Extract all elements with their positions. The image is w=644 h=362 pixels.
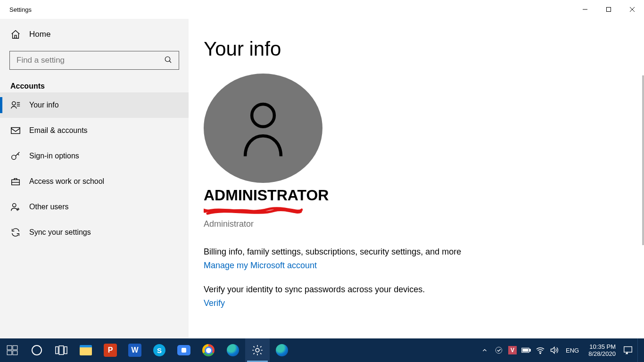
taskbar-app-skype[interactable]: S (147, 338, 172, 362)
sidebar-section-label: Accounts (0, 73, 189, 92)
taskbar-app-chrome[interactable] (196, 338, 221, 362)
tray-security-icon[interactable] (494, 346, 504, 355)
svg-rect-23 (59, 346, 63, 355)
svg-rect-22 (56, 347, 58, 354)
svg-rect-20 (7, 351, 12, 355)
language-indicator[interactable]: ENG (564, 347, 581, 354)
svg-point-17 (252, 104, 274, 127)
clock[interactable]: 10:35 PM 8/28/2020 (586, 343, 619, 357)
redaction-scribble (204, 205, 303, 216)
clock-date: 8/28/2020 (588, 350, 616, 357)
svg-point-25 (256, 348, 259, 352)
avatar (204, 74, 322, 183)
scrollbar[interactable] (642, 75, 644, 245)
skype-icon: S (153, 344, 165, 356)
sidebar-item-signin-options[interactable]: Sign-in options (0, 143, 189, 169)
account-username: ADMINISTRATOR (204, 187, 644, 204)
powerpoint-icon: P (104, 344, 117, 357)
task-view-button[interactable] (49, 338, 74, 362)
search-icon (164, 56, 173, 66)
titlebar: Settings (0, 0, 644, 19)
search-wrap (0, 45, 189, 73)
gear-icon (251, 344, 264, 356)
person-card-icon (10, 100, 21, 110)
svg-rect-10 (11, 128, 20, 134)
sidebar-item-label: Other users (29, 203, 69, 211)
taskbar-app-edge[interactable] (270, 338, 294, 362)
sidebar-item-label: Your info (29, 101, 59, 109)
billing-description: Billing info, family settings, subscript… (204, 247, 644, 257)
settings-body: Home Accounts Your info (0, 19, 644, 338)
home-icon (10, 29, 21, 40)
settings-window: Settings Home (0, 0, 644, 338)
taskbar-app-explorer[interactable] (74, 338, 98, 362)
mail-icon (10, 125, 21, 136)
taskbar-left: P W S (0, 338, 294, 362)
taskbar-app-powerpoint[interactable]: P (98, 338, 123, 362)
briefcase-icon (10, 176, 21, 187)
clock-time: 10:35 PM (588, 343, 616, 350)
maximize-button[interactable] (597, 0, 620, 19)
chrome-icon (202, 344, 215, 356)
taskbar-right: V ENG 10:35 PM 8/28/2020 (480, 338, 644, 362)
sidebar-item-sync-settings[interactable]: Sync your settings (0, 220, 189, 245)
svg-rect-19 (13, 346, 17, 350)
page-title: Your info (204, 19, 644, 60)
account-role: Administrator (204, 219, 644, 229)
search-input[interactable] (9, 51, 179, 70)
word-icon: W (128, 344, 141, 357)
cortana-button[interactable] (25, 338, 49, 362)
sidebar-item-label: Access work or school (29, 177, 104, 186)
file-explorer-icon (80, 345, 92, 355)
key-icon (10, 151, 21, 161)
svg-point-30 (540, 353, 541, 354)
taskbar-app-word[interactable]: W (123, 338, 147, 362)
svg-rect-18 (7, 346, 12, 350)
svg-rect-21 (13, 351, 17, 355)
taskbar-app-zoom[interactable] (172, 338, 196, 362)
sidebar-item-email-accounts[interactable]: Email & accounts (0, 118, 189, 143)
taskbar-app-settings[interactable] (245, 338, 270, 362)
sidebar-item-other-users[interactable]: Other users (0, 194, 189, 220)
sidebar-item-label: Email & accounts (29, 126, 88, 135)
task-view-icon (55, 344, 67, 356)
svg-line-5 (169, 61, 171, 63)
manage-account-link[interactable]: Manage my Microsoft account (204, 261, 317, 271)
close-button[interactable] (620, 0, 644, 19)
titlebar-title: Settings (9, 6, 32, 13)
sidebar-item-label: Sign-in options (29, 152, 79, 160)
sidebar-item-your-info[interactable]: Your info (0, 92, 189, 118)
wifi-icon[interactable] (536, 346, 545, 355)
circle-icon (32, 345, 42, 355)
taskbar-app-edge-legacy[interactable] (221, 338, 245, 362)
sidebar-home-label: Home (29, 30, 50, 39)
svg-point-14 (13, 204, 16, 207)
sidebar-item-access-work[interactable]: Access work or school (0, 169, 189, 194)
volume-icon[interactable] (550, 346, 559, 355)
edge-icon (227, 344, 239, 356)
main-content: Your info ADMINISTRATOR Administrator Bi… (189, 19, 644, 338)
svg-point-4 (165, 57, 170, 62)
sidebar-item-label: Sync your settings (29, 228, 91, 237)
start-button[interactable] (0, 338, 25, 362)
window-controls (573, 0, 644, 19)
verify-description: Verify your identity to sync passwords a… (204, 285, 644, 295)
taskbar: P W S (0, 338, 644, 362)
battery-icon[interactable] (521, 346, 531, 355)
svg-rect-29 (522, 349, 528, 352)
tray-app-icon[interactable]: V (508, 346, 517, 354)
svg-point-6 (12, 102, 16, 105)
show-desktop-button[interactable] (637, 338, 640, 362)
svg-rect-31 (624, 347, 632, 353)
verify-link[interactable]: Verify (204, 298, 225, 308)
minimize-button[interactable] (573, 0, 597, 19)
person-add-icon (10, 202, 21, 212)
sidebar-home[interactable]: Home (0, 24, 189, 45)
zoom-icon (177, 345, 190, 355)
svg-rect-28 (529, 349, 530, 352)
tray-overflow-button[interactable] (480, 346, 489, 355)
sidebar: Home Accounts Your info (0, 19, 189, 338)
titlebar-title-wrap: Settings (0, 6, 32, 13)
action-center-button[interactable] (623, 346, 633, 355)
person-icon (237, 98, 289, 159)
